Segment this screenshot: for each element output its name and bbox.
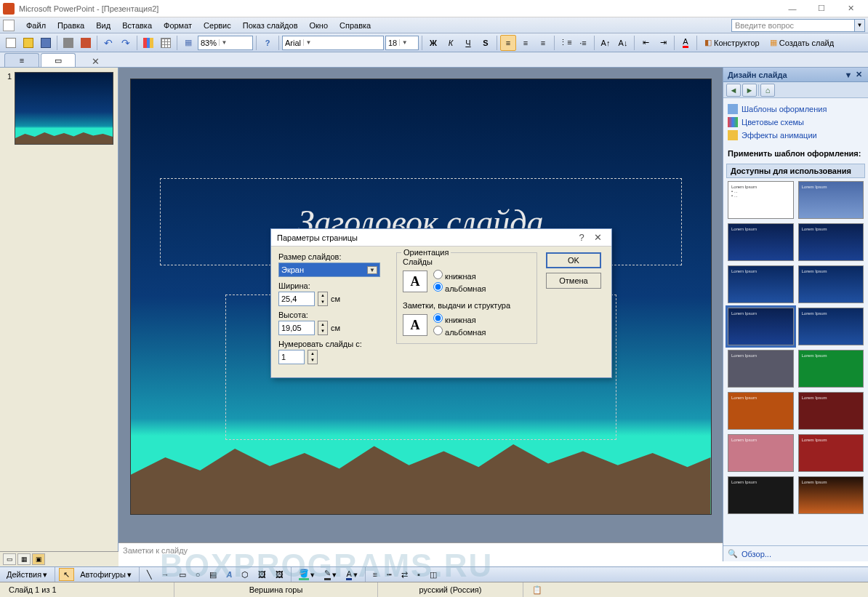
outline-tab[interactable]: ≡ [4, 53, 39, 67]
template-item[interactable]: Lorem Ipsum [798, 350, 864, 388]
taskpane-close[interactable]: ✕ [853, 70, 864, 79]
bullets-button[interactable]: ∙≡ [575, 35, 591, 51]
width-spinner[interactable]: ▲▼ [318, 292, 328, 306]
dialog-close-button[interactable]: ✕ [590, 232, 606, 243]
arrow-tool[interactable]: → [158, 568, 173, 581]
template-item[interactable]: Lorem Ipsum• ...• ... [728, 181, 794, 219]
grid-button[interactable]: ▦ [180, 35, 196, 51]
height-input[interactable] [278, 321, 315, 335]
slides-landscape-radio[interactable]: альбомная [433, 281, 486, 294]
line-tool[interactable]: ╲ [143, 568, 156, 581]
nav-home-button[interactable]: ⌂ [760, 84, 775, 97]
line-color-tool[interactable]: ✎▾ [321, 568, 340, 581]
increase-font-button[interactable]: A↑ [598, 35, 614, 51]
template-item[interactable]: Lorem Ipsum [728, 434, 794, 472]
width-input[interactable] [278, 292, 315, 306]
help-search-input[interactable]: Введите вопрос [731, 19, 855, 32]
menu-edit[interactable]: Правка [52, 20, 90, 31]
number-spinner[interactable]: ▲▼ [308, 350, 318, 364]
align-left-button[interactable]: ≡ [500, 35, 516, 51]
notes-pane[interactable]: Заметки к слайду [118, 542, 723, 561]
taskpane-dropdown[interactable]: ▼ [843, 71, 853, 79]
notes-landscape-radio[interactable]: альбомная [433, 325, 486, 337]
templates-link[interactable]: Шаблоны оформления [728, 103, 864, 116]
fontsize-combo[interactable]: 18▼ [385, 36, 419, 50]
numbering-button[interactable]: ⋮≡ [558, 35, 574, 51]
minimize-button[interactable]: — [778, 1, 807, 17]
undo-button[interactable]: ↶ [100, 35, 116, 51]
select-tool[interactable]: ↖ [59, 568, 74, 581]
menu-tools[interactable]: Сервис [198, 20, 237, 31]
template-item[interactable]: Lorem Ipsum [798, 392, 864, 430]
zoom-combo[interactable]: 83%▼ [198, 36, 253, 50]
increase-indent-button[interactable]: ⇥ [655, 35, 671, 51]
height-spinner[interactable]: ▲▼ [318, 321, 328, 335]
dash-style-tool[interactable]: ┅ [383, 568, 395, 581]
menu-slideshow[interactable]: Показ слайдов [237, 20, 304, 31]
animation-link[interactable]: Эффекты анимации [728, 129, 864, 142]
shadow-tool[interactable]: ▪ [414, 568, 424, 581]
help-dropdown[interactable]: ▼ [855, 19, 865, 32]
document-icon[interactable] [3, 20, 15, 31]
template-item-selected[interactable]: Lorem Ipsum [728, 308, 794, 345]
template-item[interactable]: Lorem Ipsum [728, 350, 794, 388]
template-item[interactable]: Lorem Ipsum [798, 476, 864, 514]
fill-color-tool[interactable]: 🪣▾ [295, 568, 318, 581]
clipart-tool[interactable]: 🖼 [254, 568, 270, 581]
menu-view[interactable]: Вид [90, 20, 116, 31]
actions-menu[interactable]: Действия ▾ [3, 568, 51, 581]
3d-tool[interactable]: ◫ [426, 568, 441, 581]
diagram-tool[interactable]: ⬡ [238, 568, 252, 581]
open-button[interactable] [20, 35, 36, 51]
shadow-button[interactable]: S [478, 35, 494, 51]
slides-portrait-radio[interactable]: книжная [433, 269, 486, 281]
redo-button[interactable]: ↷ [118, 35, 134, 51]
font-combo[interactable]: Arial▼ [282, 36, 384, 50]
nav-forward-button[interactable]: ► [742, 84, 757, 97]
arrow-style-tool[interactable]: ⇄ [398, 568, 411, 581]
print-button[interactable] [60, 35, 76, 51]
line-style-tool[interactable]: ≡ [369, 568, 381, 581]
dialog-help-button[interactable]: ? [574, 232, 590, 243]
font-color-button[interactable]: A [678, 35, 694, 51]
wordart-tool[interactable]: A [222, 568, 236, 581]
template-item[interactable]: Lorem Ipsum [798, 181, 864, 219]
menu-file[interactable]: Файл [20, 20, 52, 31]
template-item[interactable]: Lorem Ipsum [728, 265, 794, 303]
decrease-indent-button[interactable]: ⇤ [638, 35, 654, 51]
slide-thumbnail[interactable] [15, 72, 113, 145]
designer-button[interactable]: ◧Конструктор [700, 35, 764, 51]
template-item[interactable]: Lorem Ipsum [798, 434, 864, 472]
underline-button[interactable]: Ч [460, 35, 476, 51]
chart-button[interactable] [140, 35, 156, 51]
new-button[interactable] [3, 35, 19, 51]
permission-button[interactable] [78, 35, 94, 51]
menu-window[interactable]: Окно [304, 20, 334, 31]
size-combo[interactable]: Экран▼ [278, 263, 380, 277]
template-item[interactable]: Lorem Ipsum [798, 265, 864, 303]
sorter-view-button[interactable]: ▦ [17, 553, 31, 565]
status-language[interactable]: русский (Россия) [378, 582, 523, 597]
colorschemes-link[interactable]: Цветовые схемы [728, 116, 864, 129]
align-right-button[interactable]: ≡ [535, 35, 551, 51]
template-item[interactable]: Lorem Ipsum [728, 476, 794, 514]
cancel-button[interactable]: Отмена [546, 273, 601, 289]
panel-close-icon[interactable]: ✕ [92, 56, 100, 67]
table-button[interactable] [158, 35, 174, 51]
number-input[interactable] [278, 350, 305, 364]
menu-format[interactable]: Формат [158, 20, 198, 31]
notes-portrait-radio[interactable]: книжная [433, 313, 486, 325]
italic-button[interactable]: К [443, 35, 459, 51]
menu-insert[interactable]: Вставка [116, 20, 158, 31]
autoshapes-menu[interactable]: Автофигуры ▾ [76, 568, 135, 581]
bold-button[interactable]: Ж [425, 35, 441, 51]
textbox-tool[interactable]: ▤ [206, 568, 220, 581]
browse-link[interactable]: 🔍Обзор... [723, 545, 868, 561]
picture-tool[interactable]: 🖼 [272, 568, 287, 581]
template-item[interactable]: Lorem Ipsum [728, 223, 794, 261]
nav-back-button[interactable]: ◄ [726, 84, 741, 97]
oval-tool[interactable]: ○ [192, 568, 204, 581]
save-button[interactable] [38, 35, 54, 51]
align-center-button[interactable]: ≡ [518, 35, 534, 51]
newslide-button[interactable]: ▦Создать слайд [765, 35, 838, 51]
